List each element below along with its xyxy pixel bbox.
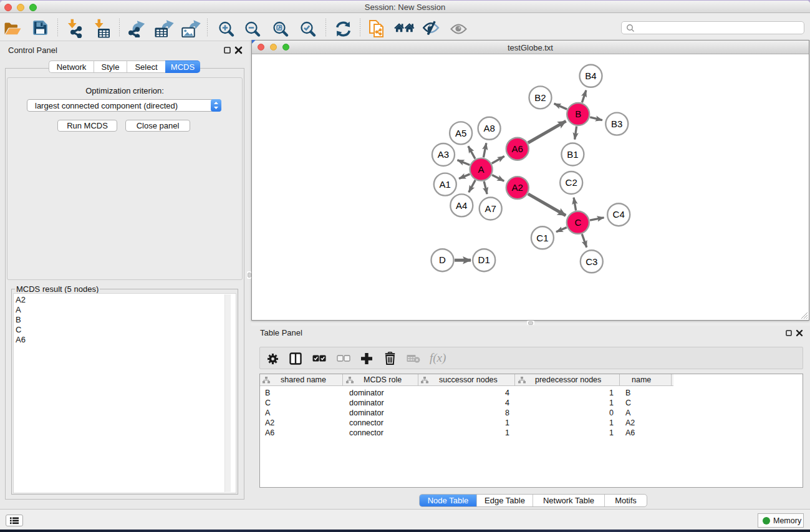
svg-text:A: A	[478, 164, 485, 175]
svg-text:C4: C4	[613, 209, 625, 220]
svg-text:A5: A5	[455, 128, 466, 138]
svg-text:A4: A4	[456, 200, 467, 211]
svg-text:A6: A6	[512, 143, 523, 154]
svg-text:A1: A1	[440, 179, 451, 190]
svg-text:A7: A7	[485, 203, 496, 214]
svg-text:B3: B3	[611, 118, 622, 129]
svg-text:B: B	[575, 109, 581, 119]
svg-text:A8: A8	[483, 123, 494, 133]
svg-text:C: C	[574, 217, 581, 228]
svg-text:B1: B1	[567, 149, 578, 160]
svg-text:B4: B4	[585, 70, 596, 81]
svg-text:C1: C1	[536, 233, 548, 243]
svg-text:C3: C3	[586, 256, 597, 267]
svg-text:D: D	[439, 254, 446, 265]
svg-text:A3: A3	[438, 149, 449, 160]
svg-text:D1: D1	[478, 254, 490, 265]
svg-text:C2: C2	[566, 177, 577, 188]
svg-text:A2: A2	[512, 182, 523, 193]
svg-text:B2: B2	[534, 92, 546, 103]
